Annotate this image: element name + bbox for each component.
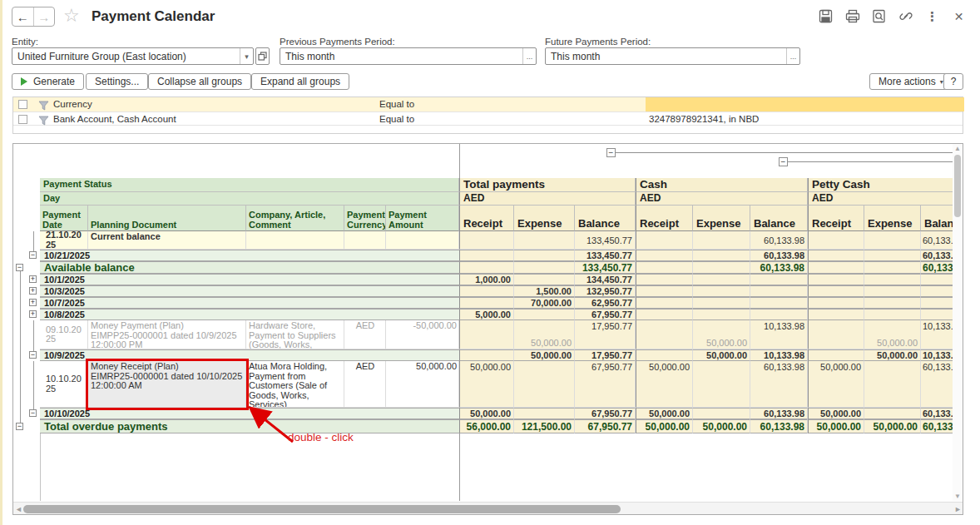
cell-pe[interactable] xyxy=(864,274,921,285)
cell-ce[interactable] xyxy=(693,261,750,274)
future-period-more-button[interactable]: ... xyxy=(786,48,799,64)
cell-tr[interactable] xyxy=(459,285,514,297)
day-row-label[interactable]: 10/3/2025 xyxy=(40,285,459,297)
cell-pe[interactable] xyxy=(864,231,921,250)
cell-ce[interactable]: 50,000.00 xyxy=(693,419,750,433)
filter-value-cell[interactable]: 32478978921341, in NBD xyxy=(646,112,964,125)
cell-te[interactable]: 50,000.00 xyxy=(514,320,575,349)
minus-expander-icon[interactable]: − xyxy=(29,409,37,417)
horizontal-scrollbar[interactable]: ◄ ► xyxy=(13,502,963,515)
day-row-label[interactable]: 10/7/2025 xyxy=(40,297,459,309)
company-article-comment-cell[interactable] xyxy=(246,231,344,250)
cell-cb[interactable]: 10,133.98 xyxy=(750,349,808,361)
cell-pe[interactable]: 50,000.00 xyxy=(864,349,921,361)
plus-expander-icon[interactable]: + xyxy=(29,299,37,306)
cell-tb[interactable]: 134,450.77 xyxy=(575,274,636,285)
cell-tr[interactable]: 1,000.00 xyxy=(459,274,514,285)
payment-date-cell[interactable]: 09.10.2025 xyxy=(40,320,88,349)
cell-te[interactable] xyxy=(514,274,575,285)
payment-currency-cell[interactable] xyxy=(344,231,386,250)
future-period-input[interactable]: This month ... xyxy=(545,47,800,65)
cell-pr[interactable] xyxy=(808,349,864,361)
cell-tb[interactable]: 133,450.77 xyxy=(575,250,636,261)
previous-period-input[interactable]: This month ... xyxy=(280,47,537,65)
horizontal-scrollbar-thumb[interactable] xyxy=(23,505,621,513)
cell-pr[interactable] xyxy=(808,231,864,250)
cell-cr[interactable] xyxy=(636,349,693,361)
more-actions-button[interactable]: More actions▾ xyxy=(869,73,953,90)
cell-tb[interactable]: 132,950.77 xyxy=(575,285,636,297)
cell-cr[interactable] xyxy=(636,250,693,261)
cell-pb[interactable]: 60,133.98 xyxy=(921,231,954,250)
cell-cr[interactable]: 50,000.00 xyxy=(636,361,693,408)
cell-pb[interactable] xyxy=(921,274,954,285)
expand-all-groups-button[interactable]: Expand all groups xyxy=(251,73,349,90)
cell-pb[interactable] xyxy=(921,309,954,320)
cell-ce[interactable] xyxy=(693,361,750,408)
previous-period-more-button[interactable]: ... xyxy=(522,48,536,64)
cell-cr[interactable] xyxy=(636,231,693,250)
planning-document-cell[interactable]: Current balance xyxy=(88,231,246,250)
cell-tr[interactable]: 50,000.00 xyxy=(459,408,514,419)
cell-tr[interactable]: 56,000.00 xyxy=(459,419,514,433)
cell-cr[interactable]: 50,000.00 xyxy=(636,419,693,433)
group-row-label[interactable]: Available balance xyxy=(40,261,459,274)
more-menu-icon[interactable]: ⋮ xyxy=(924,8,940,24)
payment-amount-cell[interactable] xyxy=(386,231,459,250)
preview-icon[interactable] xyxy=(871,8,887,24)
cell-ce[interactable]: 50,000.00 xyxy=(693,349,750,361)
cell-pe[interactable] xyxy=(864,408,921,419)
cell-pr[interactable] xyxy=(808,320,864,349)
cell-te[interactable]: 70,000.00 xyxy=(514,297,575,309)
cell-tr[interactable] xyxy=(459,261,514,274)
cell-cr[interactable] xyxy=(636,309,693,320)
cell-ce[interactable] xyxy=(693,231,750,250)
cell-pr[interactable] xyxy=(808,309,864,320)
cell-tb[interactable]: 67,950.77 xyxy=(575,309,636,320)
cell-tb[interactable]: 67,950.77 xyxy=(575,419,636,433)
cell-ce[interactable] xyxy=(693,274,750,285)
vertical-scrollbar-thumb[interactable] xyxy=(954,155,961,217)
cell-pb[interactable]: 10,133.98 xyxy=(921,320,954,349)
cell-te[interactable] xyxy=(514,408,575,419)
cell-pb[interactable]: 10,133.98 xyxy=(921,349,954,361)
cell-cb[interactable]: 60,133.98 xyxy=(750,419,808,433)
payment-currency-cell[interactable]: AED xyxy=(344,320,386,349)
collapse-group-icon[interactable]: − xyxy=(606,148,616,157)
cell-tb[interactable]: 62,950.77 xyxy=(575,297,636,309)
cell-cb[interactable]: 60,133.98 xyxy=(750,408,808,419)
cell-pe[interactable] xyxy=(864,361,921,408)
cell-te[interactable]: 50,000.00 xyxy=(514,349,575,361)
cell-ce[interactable] xyxy=(693,285,750,297)
cell-tb[interactable]: 133,450.77 xyxy=(575,231,636,250)
cell-cr[interactable] xyxy=(636,297,693,309)
cell-pe[interactable] xyxy=(864,285,921,297)
cell-tb[interactable]: 67,950.77 xyxy=(575,361,636,408)
minus-expander-icon[interactable]: − xyxy=(16,264,23,271)
close-icon[interactable]: ✕ xyxy=(951,8,967,24)
payment-date-cell[interactable]: 10.10.2025 xyxy=(40,361,88,408)
forward-button[interactable]: → xyxy=(34,7,55,26)
cell-tr[interactable] xyxy=(459,231,514,250)
collapse-all-groups-button[interactable]: Collapse all groups xyxy=(148,73,251,90)
cell-cb[interactable]: 60,133.98 xyxy=(750,261,808,274)
cell-pb[interactable] xyxy=(921,297,954,309)
filter-checkbox[interactable] xyxy=(18,115,27,124)
cell-cb[interactable] xyxy=(750,274,808,285)
cell-cb[interactable]: 60,133.98 xyxy=(750,250,808,261)
collapse-group-icon[interactable]: − xyxy=(779,157,788,166)
cell-tr[interactable] xyxy=(459,349,514,361)
cell-ce[interactable]: 50,000.00 xyxy=(693,320,750,349)
minus-expander-icon[interactable]: − xyxy=(16,423,23,430)
cell-cb[interactable]: 60,133.98 xyxy=(750,361,808,408)
save-icon[interactable] xyxy=(818,8,834,24)
cell-pe[interactable] xyxy=(864,309,921,320)
cell-tb[interactable]: 17,950.77 xyxy=(575,320,636,349)
cell-pr[interactable] xyxy=(808,285,864,297)
scroll-right-icon[interactable]: ► xyxy=(954,505,962,513)
cell-pb[interactable]: 60,133.98 xyxy=(921,408,954,419)
cell-te[interactable]: 121,500.00 xyxy=(514,419,575,433)
cell-tr[interactable] xyxy=(459,320,514,349)
cell-tr[interactable] xyxy=(459,297,514,309)
cell-cr[interactable] xyxy=(636,274,693,285)
